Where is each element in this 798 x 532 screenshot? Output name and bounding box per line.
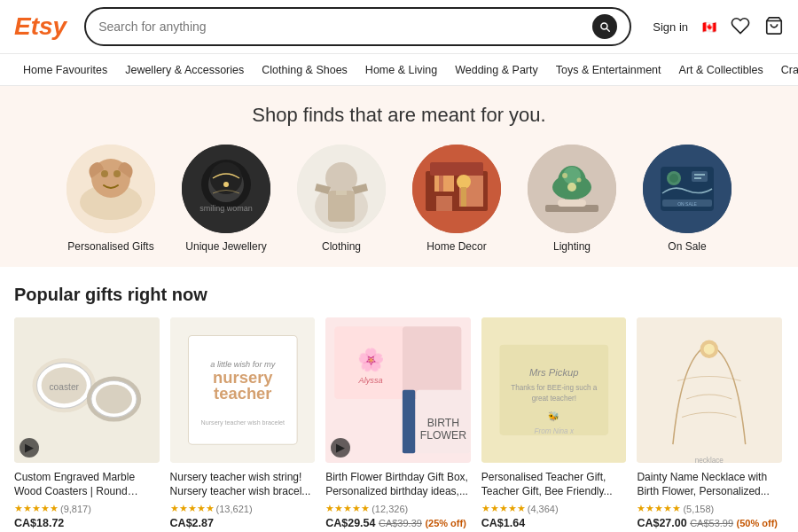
product-price-1: CA$18.72	[14, 517, 160, 529]
popular-section: Popular gifts right now coaster ▶ Custom…	[0, 267, 798, 532]
product-thumbnail-4: Mrs Pickup Thanks for BEE-ing such a gre…	[481, 317, 627, 463]
product-card-4[interactable]: Mrs Pickup Thanks for BEE-ing such a gre…	[481, 317, 627, 532]
product-rating-4: ★★★★★ (4,364)	[481, 503, 627, 514]
category-label-personalised: Personalised Gifts	[67, 240, 153, 253]
svg-text:smiling woman: smiling woman	[200, 204, 253, 213]
canada-flag-icon[interactable]: 🇨🇦	[702, 20, 716, 34]
svg-point-34	[562, 173, 567, 178]
product-rating-5: ★★★★★ (5,158)	[637, 503, 782, 514]
nav-home-favourites[interactable]: Home Favourites	[14, 60, 116, 80]
category-onsale[interactable]: ON SALE On Sale	[643, 145, 732, 253]
nav-clothing[interactable]: Clothing & Shoes	[253, 60, 356, 80]
product-price-5: CA$27.00 CA$53.99 (50% off)	[637, 517, 782, 529]
search-button[interactable]	[592, 14, 617, 39]
svg-rect-16	[336, 191, 347, 195]
svg-point-39	[669, 174, 678, 183]
svg-rect-20	[434, 176, 454, 192]
svg-text:🌸: 🌸	[357, 347, 385, 373]
personalised-illustration	[66, 145, 155, 233]
original-price-5: CA$53.99	[690, 518, 733, 528]
search-input[interactable]	[98, 20, 592, 34]
nav-home-living[interactable]: Home & Living	[356, 60, 446, 80]
category-jewellery[interactable]: smiling woman Unique Jewellery	[182, 145, 270, 253]
product-price-4: CA$1.64	[481, 517, 627, 529]
etsy-logo[interactable]: Etsy	[14, 12, 66, 41]
nav-jewellery[interactable]: Jewellery & Accessories	[116, 60, 253, 80]
category-circle-clothing	[297, 145, 386, 233]
discount-5: (50% off)	[737, 518, 778, 528]
category-label-onsale: On Sale	[668, 240, 706, 253]
svg-rect-25	[461, 187, 466, 207]
jewellery-illustration: smiling woman	[182, 145, 270, 233]
star-display-1: ★★★★★	[14, 503, 59, 514]
product-rating-1: ★★★★★ (9,817)	[14, 503, 160, 514]
product-card-5[interactable]: necklace Dainty Name Necklace with Birth…	[637, 317, 782, 532]
video-badge-1: ▶	[20, 438, 39, 458]
lighting-illustration	[528, 145, 616, 233]
star-display-4: ★★★★★	[481, 503, 526, 514]
sign-in-link[interactable]: Sign in	[653, 20, 688, 34]
original-price-3: CA$39.39	[379, 518, 422, 528]
nav-craft[interactable]: Craft Supplies	[772, 60, 798, 80]
cart-icon[interactable]	[764, 16, 784, 38]
svg-point-52	[96, 385, 132, 414]
svg-point-33	[567, 183, 576, 192]
svg-rect-63	[403, 326, 461, 399]
review-count-3: (12,326)	[372, 504, 408, 514]
svg-text:🐝: 🐝	[548, 411, 559, 422]
nav-art[interactable]: Art & Collectibles	[670, 60, 772, 80]
product-image-1: coaster ▶	[14, 317, 160, 463]
svg-text:ON SALE: ON SALE	[677, 201, 697, 207]
category-label-clothing: Clothing	[322, 240, 361, 253]
category-circle-onsale: ON SALE	[643, 145, 732, 233]
category-label-jewellery: Unique Jewellery	[185, 240, 266, 253]
svg-text:Thanks for BEE-ing such a: Thanks for BEE-ing such a	[511, 384, 597, 392]
nav-toys[interactable]: Toys & Entertainment	[547, 60, 670, 80]
product-card-1[interactable]: coaster ▶ Custom Engraved Marble Wood Co…	[14, 317, 160, 532]
star-display-5: ★★★★★	[637, 503, 681, 514]
product-card-3[interactable]: 🌸 Alyssa BIRTH FLOWER ▶ Birth Flower Bir…	[325, 317, 471, 532]
product-title-4: Personalised Teacher Gift, Teacher Gift,…	[481, 470, 627, 500]
svg-point-5	[113, 170, 121, 177]
svg-rect-19	[430, 162, 483, 176]
svg-text:BIRTH: BIRTH	[427, 417, 460, 429]
svg-point-4	[101, 170, 108, 177]
favorites-icon[interactable]	[731, 16, 750, 38]
product-title-3: Birth Flower Birthday Gift Box, Personal…	[325, 470, 471, 500]
svg-point-24	[457, 175, 471, 189]
clothing-illustration	[297, 145, 386, 233]
review-count-2: (13,621)	[216, 504, 253, 514]
svg-text:From Nina x: From Nina x	[534, 427, 574, 435]
review-count-1: (9,817)	[60, 504, 91, 514]
discount-3: (25% off)	[425, 518, 466, 528]
svg-text:coaster: coaster	[49, 382, 79, 392]
product-card-2[interactable]: a little wish for my nursery teacher Nur…	[170, 317, 316, 532]
nav-wedding[interactable]: Wedding & Party	[446, 60, 547, 80]
homedecor-illustration	[412, 145, 501, 233]
category-clothing[interactable]: Clothing	[297, 145, 386, 253]
svg-text:teacher: teacher	[214, 384, 271, 403]
product-image-4: Mrs Pickup Thanks for BEE-ing such a gre…	[481, 317, 627, 463]
category-homedecor[interactable]: Home Decor	[412, 145, 501, 253]
product-thumbnail-5: necklace	[637, 317, 782, 463]
category-lighting[interactable]: Lighting	[528, 145, 616, 253]
svg-rect-32	[558, 200, 586, 207]
svg-rect-15	[328, 191, 355, 222]
category-personalised[interactable]: Personalised Gifts	[66, 145, 155, 253]
review-count-4: (4,364)	[528, 504, 559, 514]
star-display-2: ★★★★★	[170, 503, 215, 514]
product-rating-3: ★★★★★ (12,326)	[325, 503, 471, 514]
popular-title: Popular gifts right now	[14, 285, 784, 305]
svg-point-14	[325, 162, 357, 194]
category-circle-personalised	[66, 145, 155, 233]
heart-icon	[731, 16, 750, 35]
banner-title: Shop finds that are meant for you.	[0, 104, 798, 127]
search-icon	[598, 20, 611, 33]
svg-text:FLOWER: FLOWER	[420, 429, 467, 442]
search-bar	[84, 7, 631, 46]
svg-text:Nursery teacher wish bracelet: Nursery teacher wish bracelet	[200, 419, 284, 426]
header: Etsy Sign in 🇨🇦	[0, 0, 798, 54]
header-actions: Sign in 🇨🇦	[653, 16, 784, 38]
category-label-homedecor: Home Decor	[426, 240, 486, 253]
video-badge-3: ▶	[331, 438, 350, 458]
